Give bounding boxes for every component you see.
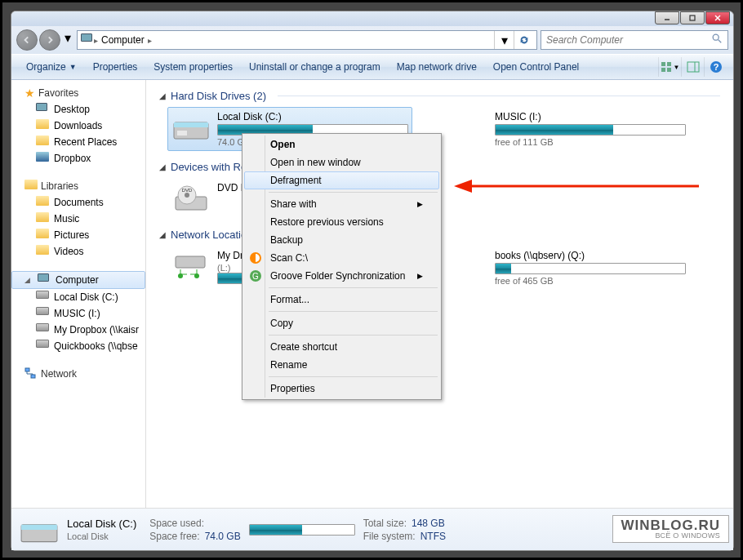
nav-dropbox-net[interactable]: My Dropbox (\\kaisr <box>11 322 145 338</box>
total-size-value: 148 GB <box>412 518 445 529</box>
close-button[interactable] <box>705 11 730 24</box>
svg-rect-1 <box>690 16 695 20</box>
space-free-value: 74.0 GB <box>205 531 241 542</box>
svg-point-4 <box>713 34 719 40</box>
menu-separator <box>269 335 438 336</box>
nav-libraries-header[interactable]: Libraries <box>11 178 145 194</box>
tb-system-properties[interactable]: System properties <box>145 58 241 76</box>
tb-properties[interactable]: Properties <box>85 58 146 76</box>
menu-item-label: Restore previous versions <box>270 216 384 228</box>
nav-pictures[interactable]: Pictures <box>11 227 145 243</box>
svg-text:?: ? <box>713 62 719 72</box>
libraries-icon <box>24 180 38 193</box>
maximize-button[interactable] <box>680 11 705 24</box>
documents-icon <box>36 196 49 209</box>
organize-menu[interactable]: Organize ▼ <box>18 58 85 76</box>
space-free-label: Space free: <box>149 531 199 542</box>
address-bar[interactable]: ▸ Computer ▸ ▾ <box>77 30 537 50</box>
svg-point-25 <box>194 273 199 278</box>
minimize-button[interactable] <box>655 11 679 24</box>
search-input[interactable] <box>546 34 711 46</box>
menu-item-groove-folder-synchronization[interactable]: GGroove Folder Synchronization▶ <box>244 267 439 285</box>
chevron-right-icon: ▶ <box>417 272 423 280</box>
breadcrumb-computer[interactable]: Computer <box>98 34 148 46</box>
watermark: WINBLOG.RU ВСЁ О WINDOWS <box>612 515 729 543</box>
view-options-button[interactable]: ▼ <box>658 57 681 77</box>
menu-item-scan-c[interactable]: Scan C:\ <box>244 249 439 267</box>
search-box[interactable] <box>541 30 728 50</box>
svg-rect-7 <box>667 62 671 66</box>
back-button[interactable] <box>16 29 38 51</box>
refresh-button[interactable] <box>514 31 533 49</box>
netdrive-icon <box>36 340 49 353</box>
recent-icon <box>36 136 49 149</box>
collapse-icon: ◢ <box>159 91 166 100</box>
downloads-icon <box>36 119 49 132</box>
nav-favorites-header[interactable]: ★Favorites <box>11 85 145 101</box>
capacity-bar <box>495 263 686 274</box>
space-used-label: Space used: <box>149 518 204 529</box>
drive-name: MUSIC (I:) <box>495 111 686 122</box>
menu-item-open[interactable]: Open <box>244 136 439 153</box>
menu-item-share-with[interactable]: Share with▶ <box>244 195 439 213</box>
hdd-icon <box>36 307 49 320</box>
music-icon <box>36 212 49 225</box>
computer-icon <box>38 273 51 287</box>
drive-name: books (\\qbserv) (Q:) <box>495 250 686 261</box>
nav-music-i[interactable]: MUSIC (I:) <box>11 305 145 322</box>
collapse-icon: ◢ <box>159 162 166 171</box>
tb-control-panel[interactable]: Open Control Panel <box>485 58 587 76</box>
menu-item-properties[interactable]: Properties <box>244 380 439 398</box>
nav-downloads[interactable]: Downloads <box>11 118 145 134</box>
nav-local-disk-c[interactable]: Local Disk (C:) <box>11 289 145 305</box>
total-size-label: Total size: <box>363 518 407 529</box>
menu-item-label: Share with <box>270 198 317 210</box>
group-hdd[interactable]: ◢ Hard Disk Drives (2) <box>159 90 720 102</box>
svg-rect-8 <box>661 68 665 72</box>
svg-rect-23 <box>176 256 205 268</box>
pictures-icon <box>36 229 49 242</box>
menu-item-restore-previous-versions[interactable]: Restore previous versions <box>244 213 439 231</box>
tb-map-drive[interactable]: Map network drive <box>389 58 485 76</box>
tb-uninstall[interactable]: Uninstall or change a program <box>241 58 389 76</box>
nav-documents[interactable]: Documents <box>11 194 145 211</box>
nav-network-header[interactable]: Network <box>11 366 145 382</box>
address-dropdown-icon[interactable]: ▾ <box>494 31 514 49</box>
menu-separator <box>269 192 438 193</box>
nav-dropbox[interactable]: Dropbox <box>11 150 145 167</box>
preview-pane-button[interactable] <box>681 57 704 77</box>
nav-music[interactable]: Music <box>11 211 145 227</box>
menu-item-label: Open in new window <box>270 157 361 168</box>
nav-videos[interactable]: Videos <box>11 243 145 260</box>
help-button[interactable]: ? <box>704 57 727 77</box>
menu-item-create-shortcut[interactable]: Create shortcut <box>244 338 439 356</box>
nav-desktop[interactable]: Desktop <box>11 101 145 118</box>
svg-rect-18 <box>177 131 187 136</box>
drive-sub: free of 111 GB <box>495 137 686 147</box>
menu-item-label: Backup <box>270 234 303 246</box>
menu-item-defragment[interactable]: Defragment <box>244 171 439 189</box>
menu-item-label: Create shortcut <box>270 341 337 353</box>
nav-quickbooks[interactable]: Quickbooks (\\qbse <box>11 338 145 354</box>
svg-rect-10 <box>687 62 699 72</box>
svg-rect-14 <box>25 368 29 371</box>
videos-icon <box>36 245 49 258</box>
menu-item-backup[interactable]: Backup <box>244 231 439 249</box>
menu-item-rename[interactable]: Rename <box>244 356 439 374</box>
drive-quickbooks[interactable]: books (\\qbserv) (Q:) free of 465 GB <box>445 246 690 290</box>
forward-button[interactable] <box>39 29 60 51</box>
titlebar <box>11 11 733 26</box>
drive-music-i[interactable]: MUSIC (I:) free of 111 GB <box>445 107 690 151</box>
nav-computer[interactable]: ◢Computer <box>11 271 145 289</box>
history-dropdown[interactable]: ▾ <box>62 29 73 46</box>
nav-recent[interactable]: Recent Places <box>11 134 145 150</box>
desktop-icon <box>36 103 49 116</box>
groove-icon: G <box>249 269 262 282</box>
menu-item-open-in-new-window[interactable]: Open in new window <box>244 153 439 171</box>
hdd-icon <box>36 291 49 304</box>
details-subtitle: Local Disk <box>67 531 136 541</box>
menu-item-label: Copy <box>270 318 293 329</box>
menu-item-format[interactable]: Format... <box>244 291 439 309</box>
menu-item-label: Scan C:\ <box>270 252 308 264</box>
menu-item-copy[interactable]: Copy <box>244 314 439 332</box>
